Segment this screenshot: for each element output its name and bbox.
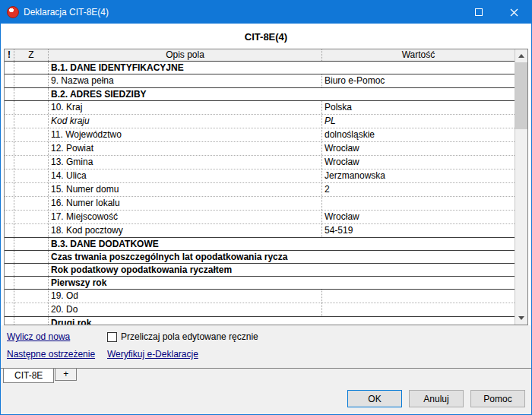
help-button[interactable]: Pomoc <box>470 390 525 407</box>
warn-cell[interactable] <box>5 142 14 155</box>
section-label: Drugi rok <box>49 317 515 325</box>
warn-cell[interactable] <box>5 74 14 87</box>
field-value[interactable]: Wrocław <box>322 211 515 223</box>
warn-cell[interactable] <box>5 88 14 100</box>
section-label: B.1. DANE IDENTYFIKACYJNE <box>49 62 515 74</box>
z-cell[interactable] <box>14 62 49 74</box>
z-cell[interactable] <box>14 290 49 303</box>
weryfikuj-edeklaracje-link[interactable]: Weryfikuj e-Deklaracje <box>107 349 198 360</box>
warn-cell[interactable] <box>5 303 14 316</box>
tab-strip: CIT-8E + <box>1 368 531 385</box>
cancel-button[interactable]: Anuluj <box>409 390 464 407</box>
z-column-header[interactable]: Z <box>14 49 49 61</box>
z-cell[interactable] <box>14 115 49 128</box>
table-row: Kod krajuPL <box>5 115 515 128</box>
triangle-up-icon <box>518 54 524 58</box>
section-label: B.3. DANE DODATKOWE <box>49 238 515 250</box>
scroll-down-button[interactable] <box>515 312 527 325</box>
table-row: 17. MiejscowośćWrocław <box>5 211 515 224</box>
z-cell[interactable] <box>14 128 49 141</box>
table-header-row: ! Z Opis pola Wartość <box>5 49 515 62</box>
warn-cell[interactable] <box>5 183 14 196</box>
dialog-buttons: OK Anuluj Pomoc <box>1 390 531 407</box>
section-row: Czas trwania poszczególnych lat opodatko… <box>5 250 515 264</box>
z-cell[interactable] <box>14 277 49 289</box>
footer-row-1: Wylicz od nowa Przeliczaj pola edytowane… <box>7 331 525 342</box>
field-label: 19. Od <box>49 290 322 303</box>
warn-cell[interactable] <box>5 62 14 74</box>
z-cell[interactable] <box>14 303 49 316</box>
z-cell[interactable] <box>14 183 49 196</box>
warn-cell[interactable] <box>5 115 14 128</box>
tab-add[interactable]: + <box>55 369 77 381</box>
field-value[interactable]: PL <box>322 115 515 128</box>
warn-cell[interactable] <box>5 156 14 169</box>
field-label: 20. Do <box>49 303 322 316</box>
declaration-table: ! Z Opis pola Wartość B.1. DANE IDENTYFI… <box>4 49 528 325</box>
z-cell[interactable] <box>14 74 49 87</box>
field-value[interactable]: Polska <box>322 101 515 114</box>
field-value[interactable]: Biuro e-Pomoc <box>322 74 515 87</box>
field-value[interactable] <box>322 197 515 210</box>
z-cell[interactable] <box>14 211 49 223</box>
maximize-button[interactable] <box>461 1 496 24</box>
wartosc-column-header[interactable]: Wartość <box>322 49 515 61</box>
warn-cell[interactable] <box>5 211 14 223</box>
tab-cit8e[interactable]: CIT-8E <box>3 369 54 383</box>
field-value[interactable] <box>322 303 515 316</box>
field-value[interactable]: 2 <box>322 183 515 196</box>
wylicz-od-nowa-link[interactable]: Wylicz od nowa <box>7 331 70 342</box>
field-label: 14. Ulica <box>49 169 322 182</box>
warn-cell[interactable] <box>5 238 14 250</box>
warn-cell[interactable] <box>5 251 14 263</box>
przeliczaj-checkbox[interactable] <box>107 332 117 342</box>
warn-cell[interactable] <box>5 169 14 182</box>
close-button[interactable] <box>496 1 531 24</box>
z-cell[interactable] <box>14 251 49 263</box>
warn-cell[interactable] <box>5 277 14 289</box>
field-value[interactable]: dolnośląskie <box>322 128 515 141</box>
opis-pola-column-header[interactable]: Opis pola <box>49 49 322 61</box>
przeliczaj-checkbox-group[interactable]: Przeliczaj pola edytowane ręcznie <box>107 331 258 342</box>
z-cell[interactable] <box>14 197 49 210</box>
z-cell[interactable] <box>14 142 49 155</box>
field-value[interactable]: Wrocław <box>322 156 515 169</box>
warn-cell[interactable] <box>5 128 14 141</box>
field-value[interactable]: Wrocław <box>322 142 515 155</box>
z-cell[interactable] <box>14 156 49 169</box>
field-value[interactable]: 54-519 <box>322 224 515 237</box>
warn-cell[interactable] <box>5 290 14 303</box>
section-row: Pierwszy rok <box>5 276 515 290</box>
section-row: B.2. ADRES SIEDZIBY <box>5 87 515 101</box>
table-row: 9. Nazwa pełnaBiuro e-Pomoc <box>5 74 515 88</box>
field-value[interactable] <box>322 290 515 303</box>
window-title: Deklaracja CIT-8E(4) <box>24 7 109 17</box>
vertical-scrollbar[interactable] <box>515 49 527 325</box>
z-cell[interactable] <box>14 88 49 100</box>
field-value[interactable]: Jerzmanowska <box>322 169 515 182</box>
z-cell[interactable] <box>14 238 49 250</box>
z-cell[interactable] <box>14 224 49 237</box>
table-row: 13. GminaWrocław <box>5 156 515 169</box>
ok-button[interactable]: OK <box>347 390 402 407</box>
table-row: 18. Kod pocztowy54-519 <box>5 224 515 238</box>
scrollbar-track[interactable] <box>515 62 527 312</box>
window-controls <box>461 1 531 24</box>
triangle-down-icon <box>518 316 524 320</box>
warning-column-header[interactable]: ! <box>5 49 14 61</box>
z-cell[interactable] <box>14 317 49 325</box>
scroll-up-button[interactable] <box>515 49 527 62</box>
z-cell[interactable] <box>14 264 49 276</box>
table-body: B.1. DANE IDENTYFIKACYJNE9. Nazwa pełnaB… <box>5 62 515 325</box>
section-label: Czas trwania poszczególnych lat opodatko… <box>49 251 515 263</box>
warn-cell[interactable] <box>5 264 14 276</box>
warn-cell[interactable] <box>5 224 14 237</box>
nastepne-ostrzezenie-link[interactable]: Następne ostrzeżenie <box>7 349 95 360</box>
scrollbar-thumb[interactable] <box>515 62 527 129</box>
table-row: 15. Numer domu2 <box>5 183 515 197</box>
warn-cell[interactable] <box>5 101 14 114</box>
z-cell[interactable] <box>14 101 49 114</box>
z-cell[interactable] <box>14 169 49 182</box>
warn-cell[interactable] <box>5 197 14 210</box>
warn-cell[interactable] <box>5 317 14 325</box>
